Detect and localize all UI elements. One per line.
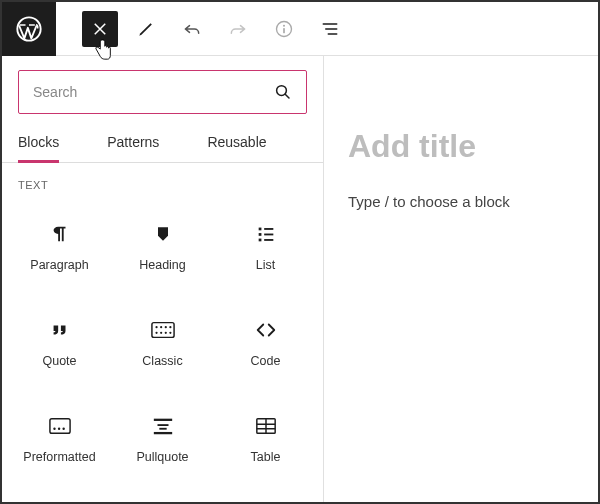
block-quote[interactable]: Quote — [8, 295, 111, 391]
svg-point-14 — [164, 326, 166, 328]
svg-point-21 — [53, 428, 55, 430]
block-label: Heading — [139, 258, 186, 272]
outline-icon — [320, 19, 340, 39]
top-toolbar — [2, 2, 598, 56]
svg-rect-26 — [159, 428, 166, 430]
block-label: Preformatted — [23, 450, 95, 464]
pencil-icon — [136, 19, 156, 39]
undo-icon — [182, 19, 202, 39]
block-label: Quote — [42, 354, 76, 368]
post-title-input[interactable]: Add title — [348, 128, 574, 165]
wordpress-logo-button[interactable] — [2, 2, 56, 56]
block-grid: Paragraph Heading List — [2, 199, 323, 502]
svg-rect-7 — [258, 233, 261, 236]
block-classic[interactable]: Classic — [111, 295, 214, 391]
svg-rect-5 — [258, 228, 261, 231]
pullquote-icon — [151, 414, 175, 438]
svg-rect-10 — [264, 239, 273, 241]
svg-rect-11 — [151, 323, 173, 338]
redo-icon — [228, 19, 248, 39]
info-icon — [274, 19, 294, 39]
preformatted-icon — [48, 414, 72, 438]
quote-icon — [48, 318, 72, 342]
svg-point-15 — [169, 326, 171, 328]
paragraph-placeholder[interactable]: Type / to choose a block — [348, 193, 574, 210]
svg-point-16 — [155, 332, 157, 334]
svg-point-13 — [160, 326, 162, 328]
undo-button[interactable] — [174, 11, 210, 47]
svg-rect-3 — [283, 28, 285, 33]
wordpress-icon — [15, 15, 43, 43]
svg-point-18 — [164, 332, 166, 334]
tab-patterns[interactable]: Patterns — [107, 124, 159, 162]
svg-rect-6 — [264, 228, 273, 230]
svg-point-22 — [57, 428, 59, 430]
block-inserter-panel: Blocks Patterns Reusable TEXT Paragraph … — [2, 56, 324, 502]
svg-point-19 — [169, 332, 171, 334]
svg-rect-24 — [153, 419, 171, 421]
heading-icon — [151, 222, 175, 246]
inserter-tabs: Blocks Patterns Reusable — [2, 124, 323, 163]
code-icon — [254, 318, 278, 342]
block-verse[interactable] — [8, 487, 111, 502]
redo-button[interactable] — [220, 11, 256, 47]
svg-rect-25 — [157, 424, 168, 426]
category-label-text: TEXT — [2, 163, 323, 199]
block-label: List — [256, 258, 275, 272]
paragraph-icon — [48, 222, 72, 246]
block-code[interactable]: Code — [214, 295, 317, 391]
svg-point-2 — [283, 24, 285, 26]
block-preformatted[interactable]: Preformatted — [8, 391, 111, 487]
details-button[interactable] — [266, 11, 302, 47]
search-icon — [274, 83, 292, 101]
close-icon — [91, 20, 109, 38]
svg-rect-9 — [258, 239, 261, 242]
table-icon — [254, 414, 278, 438]
block-label: Code — [251, 354, 281, 368]
block-markdown[interactable] — [111, 487, 214, 502]
svg-rect-27 — [153, 432, 171, 434]
svg-point-12 — [155, 326, 157, 328]
list-icon — [254, 222, 278, 246]
block-inserter-toggle[interactable] — [82, 11, 118, 47]
block-label: Table — [251, 450, 281, 464]
edit-tool-button[interactable] — [128, 11, 164, 47]
svg-point-17 — [160, 332, 162, 334]
svg-rect-20 — [49, 419, 69, 434]
block-label: Pullquote — [136, 450, 188, 464]
tab-reusable[interactable]: Reusable — [207, 124, 266, 162]
svg-point-23 — [62, 428, 64, 430]
search-input-wrapper[interactable] — [18, 70, 307, 114]
block-label: Paragraph — [30, 258, 88, 272]
outline-button[interactable] — [312, 11, 348, 47]
block-heading[interactable]: Heading — [111, 199, 214, 295]
block-table[interactable]: Table — [214, 391, 317, 487]
classic-icon — [151, 318, 175, 342]
block-label: Classic — [142, 354, 182, 368]
search-input[interactable] — [33, 84, 274, 100]
editor-canvas[interactable]: Add title Type / to choose a block — [324, 56, 598, 502]
block-list[interactable]: List — [214, 199, 317, 295]
block-paragraph[interactable]: Paragraph — [8, 199, 111, 295]
svg-rect-8 — [264, 234, 273, 236]
tab-blocks[interactable]: Blocks — [18, 124, 59, 162]
block-pullquote[interactable]: Pullquote — [111, 391, 214, 487]
block-extra[interactable] — [214, 487, 317, 502]
